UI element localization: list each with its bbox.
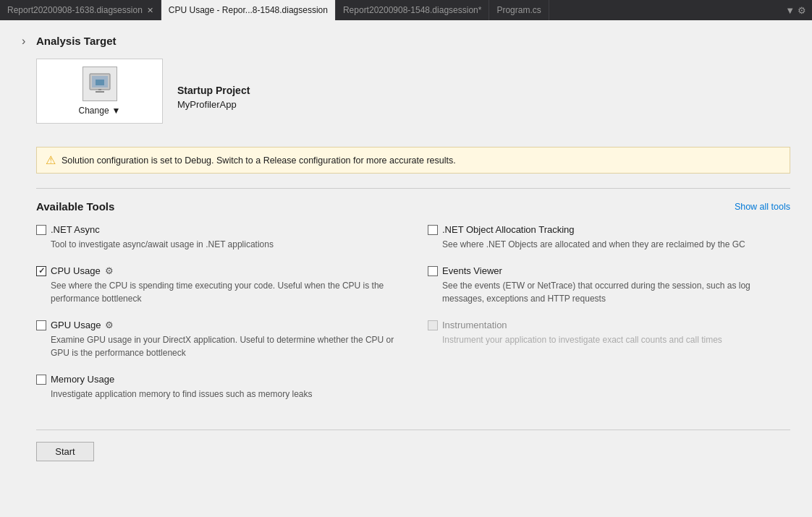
project-title: Startup Project [177, 85, 250, 96]
tool-name-events-viewer: Events Viewer [442, 265, 502, 276]
tool-desc-instrumentation: Instrument your application to investiga… [442, 333, 790, 346]
warning-text: Solution configuration is set to Debug. … [62, 155, 456, 166]
tab-overflow-arrow: ▼ [785, 5, 795, 16]
tool-header-events-viewer: Events Viewer [428, 265, 790, 276]
tool-desc-gpu-usage: Examine GPU usage in your DirectX applic… [51, 333, 399, 359]
tool-desc-cpu-usage: See where the CPU is spending time execu… [51, 279, 399, 305]
target-icon [83, 67, 117, 101]
tool-name-object-alloc: .NET Object Allocation Tracking [442, 224, 575, 235]
close-tab-report1638[interactable]: ✕ [147, 6, 153, 15]
tool-desc-events-viewer: See the events (ETW or NetTrace) that oc… [442, 279, 790, 305]
tool-name-cpu-usage: CPU Usage [51, 265, 101, 276]
warning-icon: ⚠ [46, 153, 56, 167]
sidebar-toggle[interactable]: › [22, 35, 36, 461]
tool-item-instrumentation: Instrumentation Instrument your applicat… [428, 320, 790, 359]
tab-report1548[interactable]: Report20200908-1548.diagsession* [336, 0, 489, 20]
show-all-tools-link[interactable]: Show all tools [735, 202, 790, 212]
tool-header-instrumentation: Instrumentation [428, 320, 790, 330]
cpu-usage-settings-icon[interactable]: ⚙ [105, 265, 114, 276]
checkbox-cpu-usage[interactable] [36, 266, 46, 276]
tools-header: Available Tools Show all tools [36, 200, 790, 213]
change-target-button[interactable]: Change ▼ [36, 59, 163, 124]
page-body: Analysis Target Change ▼ [36, 35, 790, 461]
tab-label-program-cs: Program.cs [496, 5, 541, 15]
main-content: › Analysis Target [0, 20, 812, 517]
tool-header-memory-usage: Memory Usage [36, 374, 399, 385]
tools-grid: .NET Async Tool to investigate async/awa… [36, 224, 790, 415]
tab-program-cs[interactable]: Program.cs [489, 0, 549, 20]
tool-item-events-viewer: Events Viewer See the events (ETW or Net… [428, 265, 790, 305]
tab-report1638[interactable]: Report20200908-1638.diagsession ✕ [0, 0, 161, 20]
tool-name-memory-usage: Memory Usage [51, 374, 114, 385]
checkbox-dotnet-async[interactable] [36, 225, 46, 235]
sidebar-arrow-icon[interactable]: › [22, 35, 25, 47]
start-button[interactable]: Start [36, 442, 94, 461]
tab-label-report1548: Report20200908-1548.diagsession* [343, 5, 481, 15]
project-name: MyProfilerApp [177, 99, 250, 110]
tool-item-cpu-usage: CPU Usage ⚙ See where the CPU is spendin… [36, 265, 399, 305]
tool-header-object-alloc: .NET Object Allocation Tracking [428, 224, 790, 235]
tool-desc-dotnet-async: Tool to investigate async/await usage in… [51, 238, 399, 251]
checkbox-instrumentation [428, 320, 438, 330]
change-label: Change [79, 106, 109, 116]
content-wrapper: › Analysis Target [22, 35, 790, 461]
analysis-target-title: Analysis Target [36, 35, 790, 47]
bottom-section: Start [36, 430, 790, 461]
divider-2 [36, 430, 790, 430]
svg-marker-2 [96, 80, 104, 85]
divider-1 [36, 188, 790, 189]
target-info: Startup Project MyProfilerApp [177, 85, 250, 110]
tab-overflow-button[interactable]: ▼ ⚙ [779, 5, 812, 16]
tool-header-dotnet-async: .NET Async [36, 224, 399, 235]
tool-name-gpu-usage: GPU Usage [51, 320, 101, 330]
target-label: Change ▼ [79, 106, 121, 116]
tool-item-empty [428, 374, 790, 401]
tab-cpu-usage[interactable]: CPU Usage - Repor...8-1548.diagsession [161, 0, 336, 20]
target-row: Change ▼ Startup Project MyProfilerApp [36, 59, 790, 135]
tool-item-object-alloc: .NET Object Allocation Tracking See wher… [428, 224, 790, 251]
tool-desc-object-alloc: See where .NET Objects are allocated and… [442, 238, 790, 251]
target-dropdown-arrow: ▼ [112, 106, 121, 116]
tool-name-dotnet-async: .NET Async [51, 224, 100, 235]
settings-icon[interactable]: ⚙ [798, 5, 806, 16]
tool-item-gpu-usage: GPU Usage ⚙ Examine GPU usage in your Di… [36, 320, 399, 359]
tool-item-dotnet-async: .NET Async Tool to investigate async/awa… [36, 224, 399, 251]
available-tools-title: Available Tools [36, 200, 114, 213]
tool-name-instrumentation: Instrumentation [442, 320, 507, 330]
title-bar: Report20200908-1638.diagsession ✕ CPU Us… [0, 0, 812, 20]
tool-item-memory-usage: Memory Usage Investigate application mem… [36, 374, 399, 401]
checkbox-events-viewer[interactable] [428, 266, 438, 276]
tab-label-cpu-usage: CPU Usage - Repor...8-1548.diagsession [169, 5, 328, 15]
checkbox-object-alloc[interactable] [428, 225, 438, 235]
tool-header-cpu-usage: CPU Usage ⚙ [36, 265, 399, 276]
warning-banner: ⚠ Solution configuration is set to Debug… [36, 147, 790, 174]
tool-desc-memory-usage: Investigate application memory to find i… [51, 388, 399, 401]
gpu-usage-settings-icon[interactable]: ⚙ [105, 320, 114, 330]
tab-label-report1638: Report20200908-1638.diagsession [7, 5, 143, 15]
checkbox-memory-usage[interactable] [36, 375, 46, 385]
tool-header-gpu-usage: GPU Usage ⚙ [36, 320, 399, 330]
checkbox-gpu-usage[interactable] [36, 320, 46, 330]
